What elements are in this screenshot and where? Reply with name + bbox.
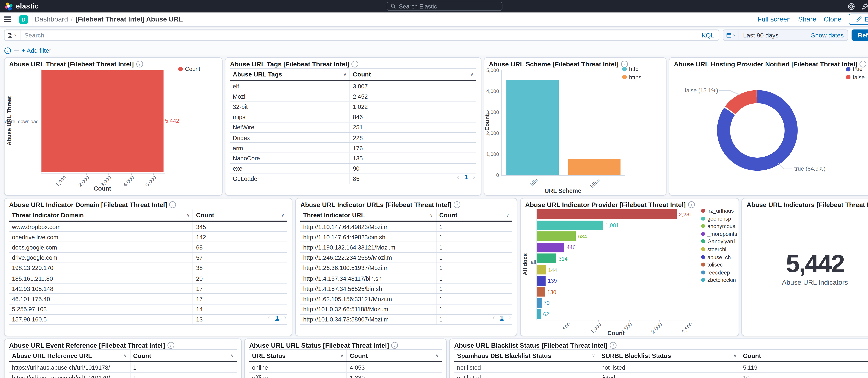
help-icon[interactable] [848, 3, 855, 10]
table-cell: NanoCore [230, 153, 349, 163]
share-button[interactable]: Share [798, 15, 816, 23]
panel-header[interactable]: Abuse URL Blacklist Status [Filebeat Thr… [450, 339, 868, 349]
table-header-row: Spamhaus DBL Blacklist Status∨SURBL Blac… [454, 349, 868, 362]
page-number[interactable]: 1 [464, 174, 468, 180]
panel-header[interactable]: Abuse URL Indicators [Filebeat Threat In… [742, 199, 868, 208]
info-icon[interactable]: i [169, 201, 176, 208]
panel-header[interactable]: Abuse URL URL Status [Filebeat Threat In… [245, 339, 446, 349]
panel-header[interactable]: Abuse URL Indicator URLs [Filebeat Threa… [296, 199, 517, 208]
bar-anonymous[interactable] [537, 232, 576, 241]
legend-item[interactable]: false [846, 74, 865, 80]
column-header[interactable]: Count∨ [436, 209, 512, 220]
bar-stoerchl[interactable] [537, 265, 546, 274]
kql-search-input[interactable]: ∨ Search KQL [4, 30, 719, 41]
legend-item[interactable]: _morepoints [701, 231, 737, 237]
next-page-icon[interactable]: › [284, 313, 286, 321]
chevron-down-icon: ∨ [734, 353, 737, 358]
show-dates-button[interactable]: Show dates [811, 32, 844, 38]
panel-header[interactable]: Abuse URL Indicator Provider [Filebeat T… [521, 199, 739, 208]
legend-item[interactable]: true [846, 66, 865, 72]
prev-page-icon[interactable]: ‹ [493, 313, 495, 321]
filter-icon[interactable] [4, 47, 11, 54]
date-quick-menu[interactable]: ∨ [723, 30, 739, 40]
bar-lrz_urlhaus[interactable] [537, 209, 677, 219]
prev-page-icon[interactable]: ‹ [457, 173, 459, 181]
clone-button[interactable]: Clone [824, 15, 842, 23]
dashboard-badge[interactable]: D [19, 15, 28, 24]
chevron-down-icon: ∨ [436, 353, 439, 358]
panel-header[interactable]: Abuse URL Indicator Domain [Filebeat Thr… [4, 199, 292, 208]
page-number[interactable]: 1 [500, 314, 504, 321]
full-screen-button[interactable]: Full screen [757, 15, 791, 23]
chevron-down-icon: ∨ [14, 33, 17, 37]
column-header[interactable]: Count∨ [349, 69, 476, 80]
global-search-input[interactable]: Search Elastic [386, 2, 502, 11]
panel-header[interactable]: Abuse URL Hosting Provider Notified [Fil… [670, 58, 868, 68]
legend-item[interactable]: geenensp [701, 215, 737, 221]
column-header[interactable]: Count∨ [346, 350, 442, 361]
panel-indicator-urls: Abuse URL Indicator URLs [Filebeat Threa… [295, 198, 517, 336]
time-range-value[interactable]: Last 90 days [743, 32, 811, 38]
kql-toggle[interactable]: KQL [702, 32, 714, 38]
column-header[interactable]: Abuse URL Tags∨ [230, 69, 349, 80]
legend-item[interactable]: http [622, 66, 641, 72]
column-header[interactable]: URL Status∨ [249, 350, 346, 361]
legend-item[interactable]: Gandylyan1 [701, 238, 737, 245]
breadcrumb-dashboard[interactable]: Dashboard [35, 15, 68, 23]
bar-tolisec[interactable] [537, 287, 545, 297]
column-header[interactable]: Count∨ [193, 209, 287, 220]
column-header-label: Count [133, 352, 151, 359]
info-icon[interactable]: i [167, 342, 174, 349]
legend-item[interactable]: lrz_urlhaus [701, 208, 737, 214]
bar-http[interactable] [506, 80, 559, 175]
column-header[interactable]: Threat Indicator Domain∨ [9, 209, 193, 220]
info-icon[interactable]: i [688, 201, 695, 208]
bar-zbetcheckin[interactable] [537, 309, 541, 319]
legend-item[interactable]: tolisec [701, 262, 737, 268]
legend-item[interactable]: abuse_ch [701, 254, 737, 260]
column-header[interactable]: SURBL Blacklist Status∨ [598, 350, 740, 361]
legend-item[interactable]: stoerchl [701, 246, 737, 252]
info-icon[interactable]: i [136, 61, 143, 67]
column-header-label: SURBL Blacklist Status [601, 352, 671, 359]
saved-query-menu[interactable]: ∨ [4, 30, 21, 40]
legend-item[interactable]: Count [178, 66, 200, 72]
elastic-logo[interactable]: elastic [4, 2, 39, 10]
bar-Gandylyan1[interactable] [537, 254, 556, 263]
legend-item[interactable]: anonymous [701, 223, 737, 229]
column-header[interactable]: Threat Indicator URL∨ [300, 209, 436, 220]
bar-abuse_ch[interactable] [537, 276, 546, 285]
info-icon[interactable]: i [391, 342, 398, 349]
prev-page-icon[interactable]: ‹ [268, 313, 270, 321]
donut-chart[interactable] [717, 90, 798, 171]
legend-item[interactable]: https [622, 74, 641, 80]
legend-item[interactable]: reecdeep [701, 269, 737, 276]
info-icon[interactable]: i [352, 61, 359, 67]
date-picker[interactable]: ∨ Last 90 days Show dates [723, 30, 848, 41]
info-icon[interactable]: i [610, 342, 617, 349]
table-header-row: URL Status∨Count∨ [249, 349, 442, 362]
column-header[interactable]: Count∨ [130, 350, 237, 361]
add-filter-button[interactable]: + Add filter [22, 47, 51, 54]
refresh-button[interactable]: Refresh [851, 30, 868, 41]
legend-item[interactable]: zbetcheckin [701, 277, 737, 283]
page-number[interactable]: 1 [275, 314, 279, 321]
panel-header[interactable]: Abuse URL Event Reference [Filebeat Thre… [4, 339, 241, 349]
info-icon[interactable]: i [454, 201, 461, 208]
menu-icon[interactable] [4, 16, 11, 22]
column-header[interactable]: Count∨ [740, 350, 868, 361]
bar-value-label: 139 [548, 278, 557, 284]
bar-reecdeep[interactable] [537, 298, 541, 308]
news-party-icon[interactable] [861, 3, 868, 10]
next-page-icon[interactable]: › [473, 173, 475, 181]
next-page-icon[interactable]: › [509, 313, 511, 321]
bar-_morepoints[interactable] [537, 243, 564, 252]
column-header[interactable]: Spamhaus DBL Blacklist Status∨ [454, 350, 598, 361]
column-header[interactable]: Abuse URL Reference URL∨ [9, 350, 130, 361]
bar-geenensp[interactable] [537, 220, 603, 230]
panel-header[interactable]: Abuse URL Tags [Filebeat Threat Intel] i [225, 58, 481, 68]
edit-button[interactable]: Edit [849, 13, 868, 25]
y-tick-label: 4,000 [486, 89, 499, 94]
bar-https[interactable] [568, 159, 621, 175]
bar-malware-download[interactable] [41, 70, 163, 172]
